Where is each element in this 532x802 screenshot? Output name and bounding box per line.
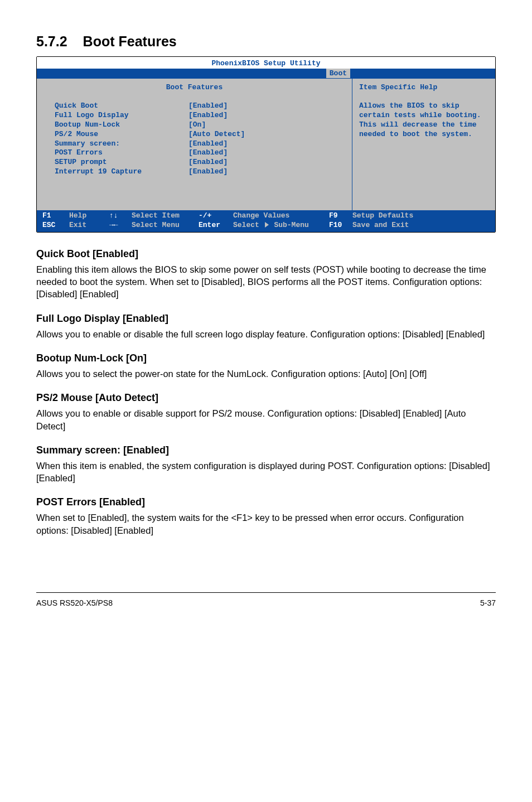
bios-action: Change Values (233, 211, 329, 221)
body-paragraph: Enabling this item allows the BIOS to sk… (36, 263, 496, 301)
bios-help-panel: Item Specific Help Allows the BIOS to sk… (352, 79, 495, 210)
footer-page-number: 5-37 (480, 598, 496, 607)
body-paragraph: When this item is enabled, the system co… (36, 460, 496, 485)
bios-setting-label: Interrupt 19 Capture (55, 167, 188, 177)
bios-setting-row: Summary screen:[Enabled] (55, 139, 345, 149)
bios-setting-row: Quick Boot[Enabled] (55, 102, 345, 111)
bios-key: Enter (199, 221, 233, 230)
bios-active-tab: Boot (326, 69, 350, 78)
bios-help-text: Allows the BIOS to skip certain tests wh… (359, 102, 489, 139)
triangle-right-icon (265, 222, 269, 228)
bios-setting-row: Bootup Num-Lock[On] (55, 120, 345, 130)
section-title-text: Boot Features (83, 33, 177, 49)
bios-key: -/+ (199, 211, 233, 221)
bios-key: F9 (329, 211, 352, 221)
bios-footer-row: ESC Exit →← Select Menu Enter Select Sub… (42, 221, 490, 230)
bios-setting-value: [On] (188, 120, 206, 130)
bios-setting-label: Full Logo Display (55, 111, 188, 120)
subsection-heading: Quick Boot [Enabled] (36, 248, 496, 260)
bios-nav-icon: ↑↓ (109, 211, 132, 221)
bios-setting-row: POST Errors[Enabled] (55, 148, 345, 158)
bios-tab-bar: Boot (37, 69, 495, 79)
body-paragraph: Allows you to select the power-on state … (36, 368, 496, 380)
bios-panel-title: Boot Features (43, 83, 345, 91)
subsection-heading: PS/2 Mouse [Auto Detect] (36, 392, 496, 404)
bios-action: Help (69, 211, 109, 221)
bios-setting-value: [Enabled] (188, 158, 228, 167)
bios-setting-value: [Enabled] (188, 148, 228, 158)
subsection-heading: Bootup Num-Lock [On] (36, 352, 496, 364)
bios-setting-label: Bootup Num-Lock (55, 120, 188, 130)
body-paragraph: Allows you to enable or disable the full… (36, 328, 496, 340)
bios-action: Exit (69, 221, 109, 230)
bios-nav-label: Select Item (132, 211, 199, 221)
bios-utility-title: PhoenixBIOS Setup Utility (37, 57, 495, 69)
bios-nav-icon: →← (109, 221, 132, 230)
bios-setting-value: [Enabled] (188, 139, 228, 149)
bios-action: Save and Exit (352, 221, 409, 230)
bios-screenshot: PhoenixBIOS Setup Utility Boot Boot Feat… (36, 56, 496, 233)
bios-setting-label: PS/2 Mouse (55, 130, 188, 139)
subsection-heading: Summary screen: [Enabled] (36, 445, 496, 456)
bios-key: F1 (42, 211, 69, 221)
bios-nav-label: Select Menu (132, 221, 199, 230)
bios-footer: F1 Help ↑↓ Select Item -/+ Change Values… (37, 210, 495, 232)
body-paragraph: Allows you to enable or disable support … (36, 407, 496, 432)
bios-setting-value: [Enabled] (188, 111, 228, 120)
bios-settings-list: Quick Boot[Enabled] Full Logo Display[En… (43, 102, 345, 177)
bios-help-title: Item Specific Help (359, 83, 489, 91)
bios-setting-label: Quick Boot (55, 102, 188, 111)
bios-key: ESC (42, 221, 69, 230)
bios-setting-value: [Auto Detect] (188, 130, 245, 139)
section-number: 5.7.2 (36, 33, 67, 50)
section-heading: 5.7.2Boot Features (36, 33, 496, 50)
bios-footer-row: F1 Help ↑↓ Select Item -/+ Change Values… (42, 211, 490, 221)
bios-setting-value: [Enabled] (188, 102, 228, 111)
page-footer: ASUS RS520-X5/PS8 5-37 (36, 592, 496, 607)
subsection-heading: Full Logo Display [Enabled] (36, 313, 496, 325)
bios-setting-row: Interrupt 19 Capture[Enabled] (55, 167, 345, 177)
bios-setting-label: POST Errors (55, 148, 188, 158)
bios-setting-row: Full Logo Display[Enabled] (55, 111, 345, 120)
bios-action: Select Sub-Menu (233, 221, 329, 230)
bios-settings-panel: Boot Features Quick Boot[Enabled] Full L… (37, 79, 352, 210)
bios-setting-label: SETUP prompt (55, 158, 188, 167)
bios-setting-value: [Enabled] (188, 167, 228, 177)
subsection-heading: POST Errors [Enabled] (36, 496, 496, 508)
bios-setting-label: Summary screen: (55, 139, 188, 149)
bios-body: Boot Features Quick Boot[Enabled] Full L… (37, 79, 495, 210)
body-paragraph: When set to [Enabled], the system waits … (36, 511, 496, 537)
footer-product: ASUS RS520-X5/PS8 (36, 598, 113, 607)
bios-action: Setup Defaults (352, 211, 413, 221)
bios-key: F10 (329, 221, 352, 230)
bios-setting-row: PS/2 Mouse[Auto Detect] (55, 130, 345, 139)
bios-setting-row: SETUP prompt[Enabled] (55, 158, 345, 167)
